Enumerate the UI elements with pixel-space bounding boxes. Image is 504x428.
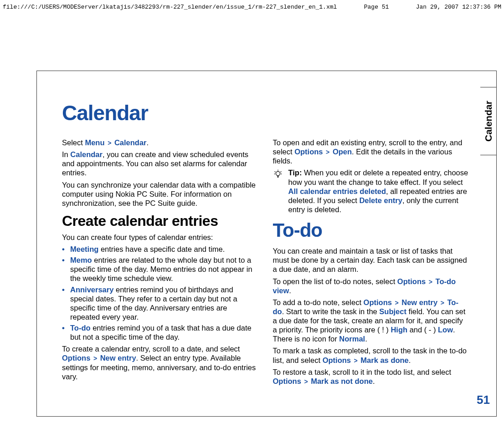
low-label: Low (438, 326, 453, 334)
todo-label: To-do (70, 324, 91, 332)
intro-p2: In Calendar, you can create and view sch… (62, 150, 258, 177)
open-entry-p: To open and edit an existing entry, scro… (273, 138, 469, 165)
list-item: • To-do entries remind you of a task tha… (62, 323, 258, 341)
breadcrumb-separator: > (440, 299, 445, 306)
breadcrumb-separator: > (303, 378, 309, 385)
page-content: Calendar Select Menu > Calendar. In Cale… (62, 101, 469, 386)
options-label: Options (273, 377, 301, 385)
todo-p4: To mark a task as completed, scroll to t… (273, 346, 469, 364)
tip-text: Tip: When you edit or delete a repeated … (288, 168, 469, 214)
file-path: file:///C:/USERS/MODEServer/lkatajis/348… (3, 4, 337, 10)
all-entries-deleted-label: All calendar entries deleted (288, 187, 386, 195)
mark-as-done-label: Mark as done (360, 356, 408, 364)
print-header: file:///C:/USERS/MODEServer/lkatajis/348… (0, 4, 504, 10)
side-tab: Calendar (480, 87, 497, 155)
entry-type-list: • Meeting entries have a specific date a… (62, 245, 258, 341)
svg-point-0 (276, 172, 280, 176)
breadcrumb-separator: > (428, 278, 433, 285)
delete-entry-label: Delete entry (359, 196, 402, 204)
page-indicator: Page 51 (364, 4, 389, 10)
breadcrumb-separator: > (325, 148, 330, 156)
options-label: Options (294, 148, 323, 156)
breadcrumb-separator: > (93, 355, 98, 362)
breadcrumb-separator: > (107, 139, 112, 147)
new-entry-label: New entry (100, 354, 136, 362)
bullet-icon: • (62, 323, 70, 341)
meeting-label: Meeting (70, 245, 98, 253)
options-label: Options (397, 277, 426, 285)
todo-p5: To restore a task, scroll to it in the t… (273, 367, 469, 386)
bullet-icon: • (62, 285, 70, 322)
todo-p3: To add a to-do note, select Options > Ne… (273, 298, 469, 344)
create-lead: You can create four types of calendar en… (62, 233, 258, 242)
tip-callout: Tip: When you edit or delete a repeated … (273, 168, 469, 214)
section-heading-create: Create calendar entries (62, 212, 258, 230)
list-item: • Memo entries are related to the whole … (62, 255, 258, 283)
open-label: Open (333, 148, 352, 156)
breadcrumb-separator: > (394, 299, 399, 306)
tip-icon (273, 168, 288, 214)
mark-as-not-done-label: Mark as not done (311, 377, 373, 385)
subject-label: Subject (379, 307, 406, 316)
page-frame: Calendar 51 Calendar Select Menu > Calen… (36, 71, 497, 417)
intro-p3: You can synchronize your calendar data w… (62, 180, 258, 208)
options-label: Options (364, 298, 392, 306)
memo-label: Memo (70, 256, 92, 264)
normal-label: Normal (339, 335, 365, 343)
intro-select: Select Menu > Calendar. (62, 138, 258, 147)
calendar-label: Calendar (114, 138, 147, 147)
options-label: Options (62, 354, 90, 362)
calendar-label-inline: Calendar (70, 150, 103, 158)
bullet-icon: • (62, 245, 70, 254)
todo-p2: To open the list of to-do notes, select … (273, 277, 469, 295)
create-entry-p: To create a calendar entry, scroll to a … (62, 344, 258, 381)
list-item: • Meeting entries have a specific date a… (62, 245, 258, 254)
new-entry-label: New entry (401, 298, 437, 306)
todo-p1: You can create and maintain a task or li… (273, 246, 469, 274)
options-label: Options (323, 356, 351, 364)
bullet-icon: • (62, 255, 70, 283)
menu-label: Menu (85, 138, 104, 147)
section-heading-todo: To-do (273, 219, 469, 242)
text-columns: Select Menu > Calendar. In Calendar, you… (62, 138, 469, 386)
page-number: 51 (477, 393, 490, 407)
page-title: Calendar (62, 101, 469, 125)
timestamp: Jan 29, 2007 12:37:36 PM (416, 4, 501, 10)
high-label: High (391, 326, 407, 334)
list-item: • Anniversary entries remind you of birt… (62, 285, 258, 322)
breadcrumb-separator: > (353, 357, 359, 364)
tip-label: Tip: (288, 168, 304, 177)
anniversary-label: Anniversary (70, 285, 113, 294)
